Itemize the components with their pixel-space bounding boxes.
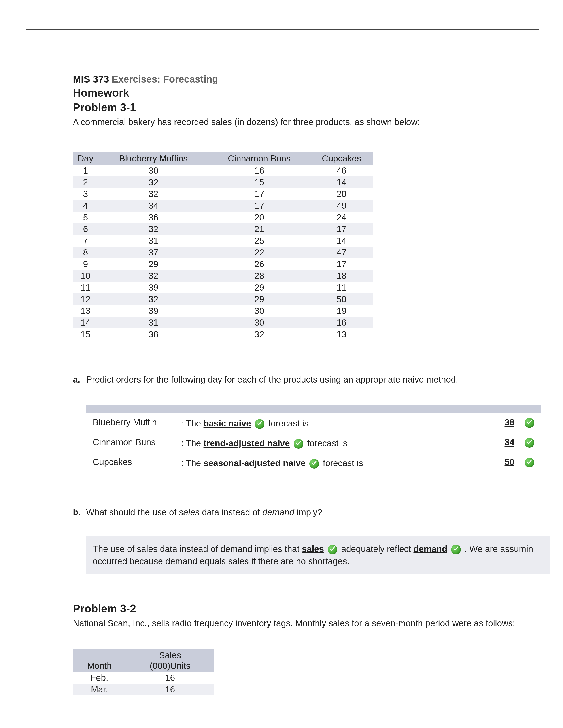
- table-row: 15383213: [73, 328, 373, 340]
- forecast-value: 34: [484, 437, 514, 447]
- table-cell: 32: [98, 270, 209, 282]
- method-word: basic naive: [203, 418, 251, 428]
- table-row: 9292617: [73, 258, 373, 270]
- question-a-label: a.: [73, 373, 86, 386]
- table-cell: 4: [73, 200, 98, 212]
- table-cell: 17: [209, 200, 310, 212]
- table-row: 2321514: [73, 176, 373, 188]
- forecast-row: Cupcakes: The seasonal-adjusted naive fo…: [86, 453, 541, 473]
- table-cell: 16: [209, 165, 310, 176]
- table-cell: 30: [209, 317, 310, 328]
- table-row: 4341749: [73, 200, 373, 212]
- table-row: 12322950: [73, 293, 373, 305]
- table-cell: 15: [209, 176, 310, 188]
- checkmark-icon: [451, 545, 461, 554]
- qb-em1: sales: [179, 507, 199, 517]
- table-cell: Feb.: [73, 672, 126, 684]
- table-row: 11392911: [73, 282, 373, 293]
- column-header: Blueberry Muffins: [98, 152, 209, 165]
- value-check: [523, 417, 534, 428]
- checkmark-icon: [525, 418, 534, 428]
- course-subtitle: Exercises: Forecasting: [112, 74, 218, 84]
- method-word: seasonal-adjusted naive: [203, 458, 306, 468]
- table-cell: 3: [73, 188, 98, 200]
- table-cell: 29: [98, 258, 209, 270]
- table-cell: Mar.: [73, 684, 126, 695]
- forecast-desc: : The basic naive forecast is: [181, 417, 475, 429]
- table-cell: 1: [73, 165, 98, 176]
- question-a-text: Predict orders for the following day for…: [86, 373, 458, 386]
- table-cell: 39: [98, 282, 209, 293]
- answer-a-header-bar: [86, 405, 541, 413]
- table-cell: 16: [126, 684, 214, 695]
- table-row: 5362024: [73, 212, 373, 223]
- table-cell: 13: [73, 305, 98, 317]
- problem-3-2-heading: Problem 3-2: [73, 602, 539, 615]
- table-row: 6322117: [73, 223, 373, 235]
- ab-mid: adequately reflect: [341, 544, 414, 554]
- table-cell: 5: [73, 212, 98, 223]
- table-cell: 21: [209, 223, 310, 235]
- table-cell: 31: [98, 235, 209, 247]
- checkmark-icon: [525, 458, 534, 467]
- table-cell: 31: [98, 317, 209, 328]
- qb-em2: demand: [262, 507, 294, 517]
- problem-3-2-intro: National Scan, Inc., sells radio frequen…: [73, 617, 539, 629]
- table-cell: 38: [98, 328, 209, 340]
- table-cell: 47: [310, 247, 373, 258]
- question-a: a. Predict orders for the following day …: [73, 373, 539, 386]
- table-cell: 2: [73, 176, 98, 188]
- table-cell: 26: [209, 258, 310, 270]
- value-check: [523, 457, 534, 467]
- forecast-value: 50: [484, 457, 514, 467]
- table-cell: 16: [310, 317, 373, 328]
- product-name: Cinnamon Buns: [93, 437, 172, 447]
- col-sales-b: (000)Units: [126, 660, 214, 672]
- checkmark-icon: [525, 438, 534, 448]
- checkmark-icon: [328, 545, 337, 554]
- table-cell: 29: [209, 282, 310, 293]
- table-cell: 49: [310, 200, 373, 212]
- table-row: 10322818: [73, 270, 373, 282]
- problem-3-1-heading: Problem 3-1: [73, 101, 539, 114]
- ab-post1: . We are assumin: [462, 544, 533, 554]
- table-cell: 36: [98, 212, 209, 223]
- table-cell: 11: [310, 282, 373, 293]
- qb-post: imply?: [294, 507, 322, 517]
- col-sales-a: Sales: [126, 649, 214, 660]
- forecast-row: Cinnamon Buns: The trend-adjusted naive …: [86, 433, 541, 453]
- table-cell: 7: [73, 235, 98, 247]
- column-header: Day: [73, 152, 98, 165]
- table-row: 14313016: [73, 317, 373, 328]
- value-check: [523, 437, 534, 448]
- product-name: Cupcakes: [93, 457, 172, 467]
- table-cell: 9: [73, 258, 98, 270]
- product-name: Blueberry Muffin: [93, 417, 172, 427]
- table-cell: 10: [73, 270, 98, 282]
- table-cell: 13: [310, 328, 373, 340]
- table-cell: 17: [209, 188, 310, 200]
- table-cell: 20: [209, 212, 310, 223]
- table-row: Mar.16: [73, 684, 214, 695]
- table-cell: 32: [209, 328, 310, 340]
- column-header: Cinnamon Buns: [209, 152, 310, 165]
- ab-w2: demand: [413, 544, 447, 554]
- table-cell: 14: [310, 235, 373, 247]
- column-header: Cupcakes: [310, 152, 373, 165]
- table-cell: 8: [73, 247, 98, 258]
- table-cell: 20: [310, 188, 373, 200]
- answer-b-box: The use of sales data instead of demand …: [86, 536, 550, 574]
- top-rule: [26, 29, 539, 30]
- forecast-desc: : The trend-adjusted naive forecast is: [181, 437, 475, 449]
- table-row: 3321720: [73, 188, 373, 200]
- table-row: 8372247: [73, 247, 373, 258]
- checkmark-icon: [309, 459, 319, 469]
- table-cell: 32: [98, 223, 209, 235]
- table-cell: 15: [73, 328, 98, 340]
- question-b-text: What should the use of sales data instea…: [86, 506, 322, 518]
- table-cell: 14: [310, 176, 373, 188]
- table-cell: 37: [98, 247, 209, 258]
- table-cell: 22: [209, 247, 310, 258]
- national-scan-table: Month Sales (000)Units Feb.16Mar.16: [73, 649, 214, 695]
- table-cell: 32: [98, 176, 209, 188]
